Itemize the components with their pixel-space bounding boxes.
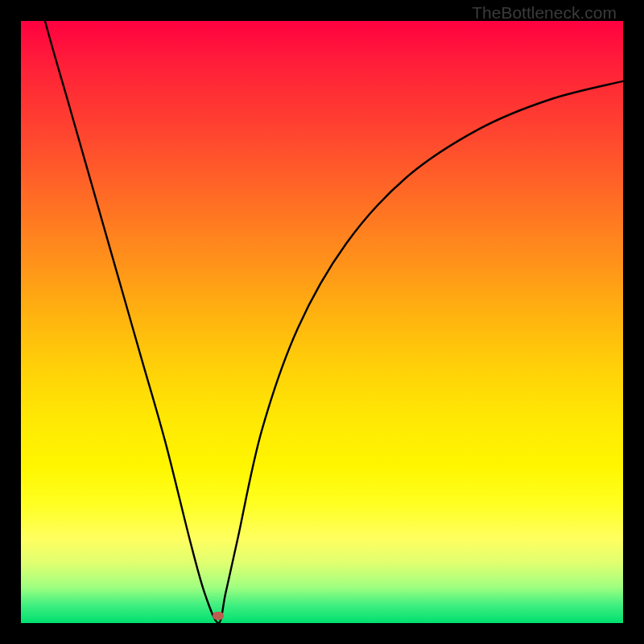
attribution-label: TheBottleneck.com: [472, 3, 617, 23]
chart-frame: TheBottleneck.com: [0, 0, 644, 644]
plot-area: [21, 21, 623, 623]
optimal-point-marker: [213, 612, 224, 620]
bottleneck-curve: [21, 21, 623, 623]
